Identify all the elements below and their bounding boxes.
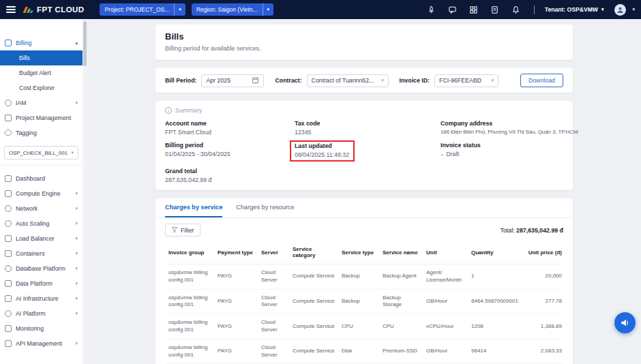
chevron-down-icon: ▾	[75, 236, 78, 241]
chevron-down-icon: ▾	[75, 206, 78, 211]
sidebar-item-ai-platform[interactable]: AI Platform ▾	[0, 306, 83, 321]
tab-charges-by-resource[interactable]: Charges by resource	[236, 198, 294, 217]
sidebar-item-label: Project Management	[16, 115, 78, 121]
table-cell: Cloud Server	[258, 264, 289, 290]
company-address-value: 186 Điện Biên Phủ, Phường Võ Thị Sáu, Qu…	[441, 129, 578, 135]
status-dot-icon: ●	[441, 152, 443, 157]
red-highlight-box: Last updated 08/04/2025 11:48:32	[290, 140, 355, 162]
sidebar-item-label: API Management	[16, 340, 71, 347]
chevron-down-icon: ▾	[632, 7, 635, 12]
tab-charges-by-service[interactable]: Charges by service	[165, 198, 222, 217]
sidebar-item-tagging[interactable]: Tagging	[0, 125, 83, 140]
table-cell: 277.78	[524, 289, 563, 314]
avatar[interactable]	[614, 4, 626, 16]
table-cell: Cloud Server	[258, 289, 289, 314]
calendar-icon	[252, 76, 259, 85]
auto-scaling-icon	[5, 220, 12, 227]
bell-icon[interactable]	[511, 4, 522, 15]
sidebar-item-compute-engine[interactable]: Compute Engine ▾	[0, 186, 83, 201]
sidebar-item-label: AI Platform	[16, 310, 71, 317]
sidebar-item-monitoring[interactable]: Monitoring	[0, 321, 83, 336]
content-scrollbar[interactable]	[83, 19, 87, 364]
table-cell: Agent/ License/Month	[423, 264, 468, 290]
fpt-cloud-logo[interactable]: FPT CLOUD	[22, 5, 84, 14]
sidebar-item-auto-scaling[interactable]: Auto Scaling ▾	[0, 216, 83, 231]
bill-period-value: Apr 2025	[206, 77, 230, 84]
chevron-down-icon: ▾	[75, 281, 78, 286]
chevron-down-icon: ▾	[492, 78, 494, 83]
table-cell: 2,083.33	[524, 339, 563, 364]
sidebar-item-budget-alert[interactable]: Budget Alert	[0, 65, 83, 80]
scrollbar-thumb[interactable]	[83, 21, 87, 66]
table-cell: Compute Service	[289, 314, 338, 339]
ai-platform-icon	[5, 310, 12, 317]
iam-icon	[5, 100, 12, 106]
contract-select-value: Contract of Tuannn52...	[312, 77, 374, 84]
summary-card: i Summary Account name FPT Smart Cloud T…	[155, 101, 573, 190]
sidebar-item-bills[interactable]: Bills	[0, 50, 83, 65]
sidebar-item-cost-explorer[interactable]: Cost Explorer	[0, 80, 83, 95]
chat-icon[interactable]	[447, 4, 458, 15]
summary-grid: Account name FPT Smart Cloud Tax code 12…	[165, 120, 563, 183]
table-cell: Cloud Server	[258, 339, 289, 364]
report-icon[interactable]	[490, 4, 501, 15]
tax-code-field: Tax code 12345	[295, 120, 441, 136]
network-icon	[5, 205, 12, 212]
contract-select[interactable]: Contract of Tuannn52... ▾	[307, 74, 389, 87]
chevron-up-icon: ▴	[75, 40, 78, 46]
data-platform-icon	[5, 280, 12, 287]
grand-total-label: Grand total	[165, 168, 295, 175]
sidebar-item-load-balancer[interactable]: Load Balancer ▾	[0, 231, 83, 246]
invoice-id-select[interactable]: FCI-96FEEABD ▾	[434, 74, 498, 87]
charges-tabs: Charges by service Charges by resource	[155, 198, 573, 218]
user-icon	[616, 6, 624, 14]
main-content: Bills Billing period for available servi…	[87, 19, 641, 364]
sidebar-item-label: Data Platform	[16, 280, 71, 287]
sidebar-item-label: Cost Explorer	[19, 85, 78, 91]
sidebar-item-iam[interactable]: IAM ▾	[0, 95, 83, 110]
invoice-id-select-value: FCI-96FEEABD	[439, 77, 481, 84]
sidebar-item-api-management[interactable]: API Management ▾	[0, 336, 83, 351]
sidebar-item-label: Load Balancer	[16, 235, 71, 242]
tag-icon	[4, 129, 13, 138]
tenant-select[interactable]: Tenant: OSP&VMW ▾	[545, 6, 604, 13]
sidebar-item-database-platform[interactable]: Database Platform ▾	[0, 261, 83, 276]
rocket-icon[interactable]	[426, 4, 437, 15]
total-label: Total:	[501, 227, 515, 234]
filter-button[interactable]: Filter	[165, 224, 200, 237]
table-cell: osp&vmw billing config 001	[165, 339, 214, 364]
bill-period-input[interactable]: Apr 2025	[201, 74, 264, 87]
menu-icon[interactable]	[6, 6, 16, 13]
sidebar-item-containers[interactable]: Containers ▾	[0, 246, 83, 261]
table-cell: 8464.59870000001	[468, 289, 524, 314]
sidebar-item-data-platform[interactable]: Data Platform ▾	[0, 276, 83, 291]
apps-grid-icon[interactable]	[468, 4, 479, 15]
chevron-down-icon: ▾	[75, 100, 78, 106]
sidebar-item-ai-infrastructure[interactable]: AI Infrastructure ▾	[0, 291, 83, 306]
last-updated-value: 08/04/2025 11:48:32	[295, 151, 349, 158]
sidebar-project-select[interactable]: OSP_CHECK_BILL_001 ▾	[4, 146, 78, 160]
table-row: osp&vmw billing config 001PAYGCloud Serv…	[165, 289, 563, 314]
sidebar-item-network[interactable]: Network ▾	[0, 201, 83, 216]
support-button[interactable]	[614, 312, 636, 333]
table-cell: 96414	[468, 339, 524, 364]
column-server: Server	[258, 241, 289, 264]
sidebar-item-dashboard[interactable]: Dashboard	[0, 171, 83, 186]
dashboard-icon	[5, 175, 12, 182]
project-select[interactable]: Project: PROJECT_OS... ▾	[100, 3, 185, 16]
table-cell: Backup	[338, 264, 379, 290]
sidebar-item-label: Billing	[16, 40, 71, 46]
content-container: Bills Billing period for available servi…	[155, 25, 573, 364]
account-name-value: FPT Smart Cloud	[165, 129, 295, 136]
column-service-category: Service category	[289, 241, 338, 264]
download-button[interactable]: Download	[520, 74, 563, 87]
table-cell: 20,000	[524, 264, 563, 290]
charges-card: Charges by service Charges by resource F…	[155, 198, 573, 364]
sidebar-item-billing[interactable]: Billing ▴	[0, 35, 83, 50]
region-select[interactable]: Region: Saigon (Vietn... ▾	[192, 3, 273, 16]
funnel-icon	[171, 226, 178, 234]
sidebar-item-project-management[interactable]: Project Management	[0, 110, 83, 125]
sidebar-item-label: Containers	[16, 250, 71, 257]
table-cell: Backup Storage	[379, 289, 423, 314]
company-address-field: Company address 186 Điện Biên Phủ, Phườn…	[441, 120, 578, 136]
